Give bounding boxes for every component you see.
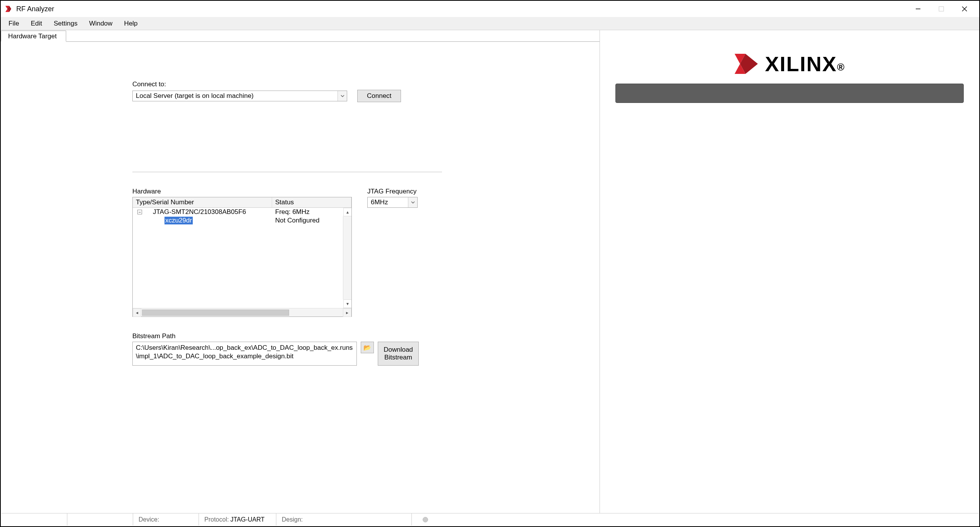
menu-window[interactable]: Window bbox=[84, 18, 118, 29]
chevron-down-icon bbox=[408, 197, 417, 207]
jtag-frequency-select[interactable]: 6MHz bbox=[367, 197, 418, 208]
hw-row1-status: Not Configured bbox=[272, 216, 351, 225]
connect-select[interactable]: Local Server (target is on local machine… bbox=[132, 91, 347, 101]
menu-bar: File Edit Settings Window Help bbox=[1, 17, 979, 30]
status-protocol: Protocol: JTAG-UART bbox=[199, 513, 276, 525]
chevron-down-icon bbox=[338, 91, 347, 101]
menu-file[interactable]: File bbox=[3, 18, 24, 29]
close-button[interactable] bbox=[953, 1, 976, 17]
scroll-left-icon[interactable]: ◂ bbox=[133, 308, 141, 317]
scroll-down-icon[interactable]: ▾ bbox=[343, 299, 351, 308]
menu-settings[interactable]: Settings bbox=[48, 18, 83, 29]
brand-name: XILINX bbox=[765, 52, 837, 75]
table-row[interactable]: xczu29dr Not Configured bbox=[133, 216, 351, 225]
horizontal-scrollbar[interactable]: ◂ ▸ bbox=[133, 308, 351, 317]
download-l1: Download bbox=[384, 346, 413, 354]
status-indicator-cell bbox=[412, 513, 978, 525]
menu-edit[interactable]: Edit bbox=[25, 18, 47, 29]
tab-hardware-target[interactable]: Hardware Target bbox=[1, 31, 66, 42]
folder-open-icon: 📂 bbox=[363, 344, 371, 351]
download-l2: Bitstream bbox=[384, 354, 412, 361]
bitstream-label: Bitstream Path bbox=[132, 332, 468, 340]
left-pane: Hardware Target Connect to: Local Server… bbox=[1, 30, 600, 514]
svg-rect-4 bbox=[939, 7, 944, 11]
hardware-label: Hardware bbox=[132, 188, 352, 195]
jtag-value: 6MHz bbox=[371, 198, 388, 206]
status-bar: Device: Protocol: JTAG-UART Design: bbox=[2, 513, 978, 525]
hw-row0-type: JTAG-SMT2NC/210308AB05F6 bbox=[153, 208, 246, 216]
jtag-label: JTAG Frequency bbox=[367, 188, 418, 195]
table-row[interactable]: − JTAG-SMT2NC/210308AB05F6 Freq: 6MHz bbox=[133, 208, 351, 216]
browse-button[interactable]: 📂 bbox=[361, 342, 374, 353]
bitstream-path-field[interactable]: C:\Users\Kiran\Research\...op_back_ex\AD… bbox=[132, 342, 357, 366]
status-design: Design: bbox=[276, 513, 412, 525]
title-bar: RF Analyzer bbox=[1, 1, 979, 17]
hw-row1-type: xczu29dr bbox=[164, 217, 193, 224]
minimize-button[interactable] bbox=[906, 1, 930, 17]
hw-row0-status: Freq: 6MHz bbox=[272, 208, 351, 216]
right-pane: XILINX® bbox=[600, 30, 979, 514]
download-bitstream-button[interactable]: Download Bitstream bbox=[378, 342, 419, 366]
maximize-button[interactable] bbox=[930, 1, 953, 17]
connect-select-value: Local Server (target is on local machine… bbox=[136, 92, 254, 100]
status-empty-1 bbox=[2, 513, 67, 525]
status-dot-icon bbox=[423, 517, 428, 522]
xilinx-logo: XILINX® bbox=[734, 52, 845, 76]
status-empty-2 bbox=[67, 513, 133, 525]
app-icon bbox=[4, 4, 13, 14]
hardware-table[interactable]: Type/Serial Number Status − JTAG-SMT2NC/… bbox=[132, 197, 352, 317]
hardware-col-status[interactable]: Status bbox=[272, 197, 351, 207]
scroll-right-icon[interactable]: ▸ bbox=[343, 308, 351, 317]
menu-help[interactable]: Help bbox=[119, 18, 143, 29]
separator bbox=[132, 172, 442, 172]
scroll-up-icon[interactable]: ▴ bbox=[343, 208, 351, 216]
tab-strip: Hardware Target bbox=[1, 30, 600, 42]
connect-label: Connect to: bbox=[132, 80, 468, 88]
connect-button[interactable]: Connect bbox=[357, 90, 401, 102]
window-title: RF Analyzer bbox=[16, 5, 54, 13]
status-banner bbox=[615, 84, 964, 103]
hardware-col-type[interactable]: Type/Serial Number bbox=[133, 197, 272, 207]
vertical-scrollbar[interactable]: ▴ ▾ bbox=[343, 216, 351, 299]
status-device: Device: bbox=[133, 513, 199, 525]
tree-collapse-icon[interactable]: − bbox=[137, 210, 142, 214]
scroll-thumb[interactable] bbox=[142, 310, 289, 316]
